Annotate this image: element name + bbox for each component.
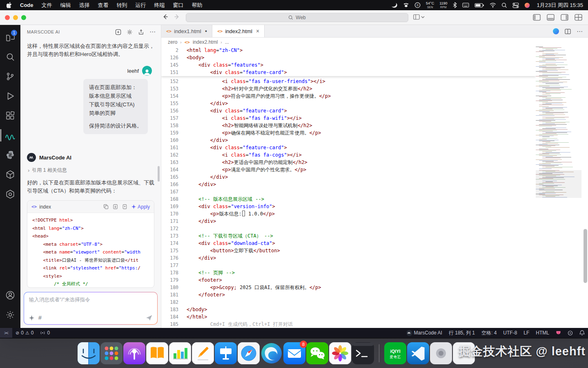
notifications-bell-icon[interactable] xyxy=(576,328,588,338)
code-line-2[interactable]: 2<html lang="zh-CN"> xyxy=(161,47,536,54)
copy-code-icon[interactable] xyxy=(103,204,109,209)
activitybar-search-icon[interactable] xyxy=(0,47,20,67)
more-actions-icon[interactable]: ⋯ xyxy=(149,28,156,36)
apple-menu-icon[interactable] xyxy=(0,2,16,9)
code-line-126[interactable]: 126<body> xyxy=(161,54,536,61)
dock-app-finder[interactable] xyxy=(78,342,100,364)
code-line-161[interactable]: 161 <div class="feature-card"> xyxy=(161,144,536,151)
wifi-icon[interactable] xyxy=(490,2,496,8)
activitybar-settings-icon[interactable] xyxy=(0,305,20,325)
code-line-167[interactable]: 167 xyxy=(161,188,536,195)
temperature-sensor-widget[interactable]: 54°C SEN xyxy=(426,2,434,9)
minimap-slider[interactable] xyxy=(536,170,581,198)
close-window-button[interactable] xyxy=(5,15,10,20)
navigate-back-icon[interactable] xyxy=(162,13,169,20)
toggle-panel-icon[interactable] xyxy=(547,14,555,21)
navigate-forward-icon[interactable] xyxy=(174,13,180,20)
dock-app-gray-app[interactable] xyxy=(430,342,452,364)
activitybar-source-control-icon[interactable] xyxy=(0,67,20,86)
dock-app-podcasts[interactable] xyxy=(123,342,145,364)
menubar-datetime[interactable]: 1月23日 周四 15:35 xyxy=(537,2,583,9)
dock-app-wechat[interactable] xyxy=(306,342,328,364)
code-line-180[interactable]: 180 <p>&copy; 2025 口袋AI。保留所有权利。</p> xyxy=(161,284,536,291)
fan-rpm-widget[interactable]: 1190 RPM xyxy=(439,2,447,9)
breadcrumb-more[interactable]: ... xyxy=(225,39,229,45)
battery-icon[interactable] xyxy=(474,3,484,8)
code-line-158[interactable]: 158 <h2>智能网络错误处理与重试机制</h2> xyxy=(161,122,536,129)
activitybar-account-icon[interactable] xyxy=(0,285,20,305)
menubar-item-运行[interactable]: 运行 xyxy=(131,2,150,9)
bluetooth-icon[interactable] xyxy=(453,2,457,8)
menubar-item-编辑[interactable]: 编辑 xyxy=(56,2,75,9)
language-mode[interactable]: HTML xyxy=(532,328,552,338)
code-line-162[interactable]: 162 <i class="fas fa-cogs"></i> xyxy=(161,151,536,159)
modified-dot-icon[interactable]: ● xyxy=(205,29,207,33)
split-editor-icon[interactable] xyxy=(565,29,571,34)
dock-app-numbers[interactable] xyxy=(169,342,191,364)
code-line-171[interactable]: 171 </div> xyxy=(161,218,536,225)
code-line-173[interactable]: 173 <!-- 下载引导区域（CTA） --> xyxy=(161,232,536,240)
minimize-window-button[interactable] xyxy=(13,15,18,20)
zoom-window-button[interactable] xyxy=(21,15,26,20)
dock-app-mail[interactable]: 8 xyxy=(283,342,305,364)
code-line-175[interactable]: 175 <button>立即下载</button> xyxy=(161,247,536,254)
menubar-item-文件[interactable]: 文件 xyxy=(38,2,56,9)
zero-badge-icon[interactable]: 0 xyxy=(414,2,421,8)
dock-app-terminal[interactable] xyxy=(352,342,374,364)
ports-indicator[interactable]: 0 xyxy=(37,328,53,338)
tongue-extension-icon[interactable] xyxy=(552,328,564,338)
slash-command-sparkle-icon[interactable] xyxy=(29,315,34,321)
editor-tab-index1.html[interactable]: <>index1.html● xyxy=(161,25,212,37)
menubar-item-窗口[interactable]: 窗口 xyxy=(169,2,188,9)
editor-scrollbar[interactable] xyxy=(584,229,587,283)
menubar-item-转到[interactable]: 转到 xyxy=(113,2,131,9)
new-chat-icon[interactable] xyxy=(115,29,121,35)
code-line-181[interactable]: 181 </footer> xyxy=(161,291,536,298)
code-line-151[interactable]: 151 <div class="feature-card"> xyxy=(161,69,536,76)
code-line-184[interactable]: 184</html> xyxy=(161,313,536,321)
menubar-item-选择[interactable]: 选择 xyxy=(75,2,94,9)
command-center-search[interactable]: Web xyxy=(186,13,408,22)
editor-more-actions-icon[interactable]: ⋯ xyxy=(577,28,583,35)
layout-dropdown[interactable] xyxy=(413,14,425,20)
code-line-155[interactable]: 155 </div> xyxy=(161,100,536,107)
menubar-item-查看[interactable]: 查看 xyxy=(94,2,113,9)
code-line-164[interactable]: 164 <p>满足中国用户的个性化需求。</p> xyxy=(161,166,536,173)
code-line-160[interactable]: 160 </div> xyxy=(161,137,536,144)
dock-app-edge[interactable] xyxy=(261,342,283,364)
spotlight-search-icon[interactable] xyxy=(501,2,507,8)
activitybar-docker-icon[interactable] xyxy=(0,165,20,184)
share-chat-icon[interactable] xyxy=(138,29,144,35)
encoding-setting[interactable]: UTF-8 xyxy=(500,328,520,338)
dock-app-vscode[interactable] xyxy=(407,342,429,364)
indentation-setting[interactable]: 空格: 4 xyxy=(478,328,500,338)
cursor-position[interactable]: 行 185, 列 1 xyxy=(445,328,478,338)
dock-app-safari[interactable] xyxy=(238,342,260,364)
sidebar-scrollbar[interactable] xyxy=(158,166,160,182)
chat-settings-gear-icon[interactable] xyxy=(127,29,133,35)
editor-tab-index2.html[interactable]: <>index2.html× xyxy=(212,25,265,37)
topic-hash-icon[interactable]: # xyxy=(38,314,42,321)
chat-input[interactable]: 输入消息或者"/"来选择指令 # xyxy=(24,292,158,325)
paw-icon[interactable] xyxy=(403,2,409,8)
code-line-165[interactable]: 165 </div> xyxy=(161,173,536,181)
apply-code-button[interactable]: Apply xyxy=(131,204,150,210)
code-line-182[interactable]: 182 xyxy=(161,298,536,306)
send-message-icon[interactable] xyxy=(146,315,152,321)
code-line-169[interactable]: 169 <div class="version-info"> xyxy=(161,203,536,210)
code-line-170[interactable]: 170 <p>版本信息: 1.0.0</p> xyxy=(161,210,536,218)
code-line-152[interactable]: 152 <i class="fas fa-user-friends"></i> xyxy=(161,78,536,85)
code-line-166[interactable]: 166 </div> xyxy=(161,181,536,188)
menubar-item-帮助[interactable]: 帮助 xyxy=(188,2,207,9)
insert-code-icon[interactable] xyxy=(113,204,118,209)
reference-toggle[interactable]: › 引用 1 相关信息 xyxy=(28,167,154,174)
activitybar-hexagon-ext-icon[interactable] xyxy=(0,184,20,204)
code-line-178[interactable]: 178 <!-- 页脚 --> xyxy=(161,269,536,276)
dock-app-iqiyi[interactable]: iQIYI爱奇艺 xyxy=(384,342,406,364)
menubar-app-name[interactable]: Code xyxy=(16,2,38,8)
activitybar-marscode-icon[interactable] xyxy=(0,126,20,145)
customize-layout-icon[interactable] xyxy=(575,14,582,21)
activitybar-explorer-icon[interactable]: 1 xyxy=(0,27,20,47)
code-line-176[interactable]: 176 </div> xyxy=(161,254,536,262)
code-line-172[interactable]: 172 xyxy=(161,225,536,232)
